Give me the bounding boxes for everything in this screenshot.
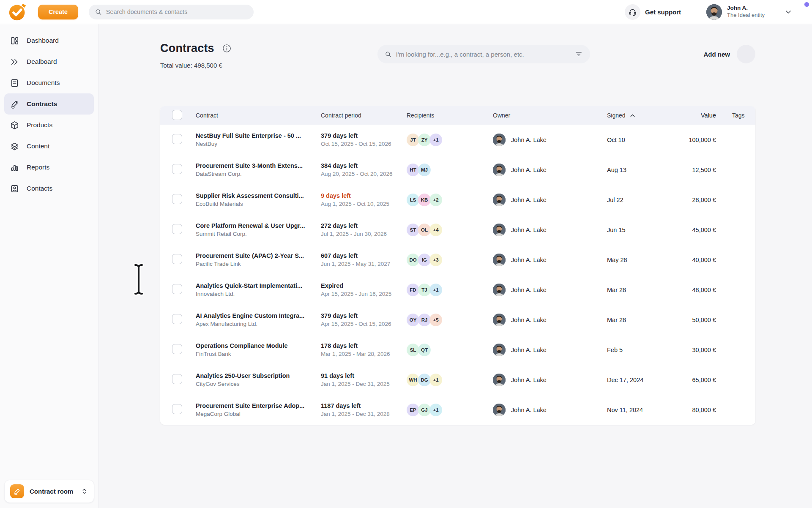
user-menu[interactable]: John A. The Ideal entity (706, 4, 765, 20)
contracts-search-input[interactable] (396, 51, 570, 58)
row-checkbox[interactable] (172, 254, 182, 264)
recipient-chip[interactable]: WH (407, 374, 419, 386)
contract-title: Procurement Suite Enterprise Adop... (196, 402, 321, 409)
column-header-value[interactable]: Value (679, 112, 716, 119)
column-header-contract[interactable]: Contract (196, 112, 321, 119)
sidebar-item-products[interactable]: Products (4, 115, 94, 136)
recipients: EPGJ+1 (407, 404, 493, 416)
period-remaining: 178 days left (321, 342, 407, 349)
global-search[interactable] (89, 5, 254, 19)
row-checkbox[interactable] (172, 164, 182, 174)
recipient-chip[interactable]: KB (418, 194, 431, 206)
contracts-search[interactable] (377, 45, 590, 63)
sidebar-item-dashboard[interactable]: Dashboard (4, 30, 94, 51)
owner-name: John A. Lake (511, 287, 547, 293)
row-checkbox[interactable] (172, 194, 182, 204)
reports-icon (10, 163, 19, 172)
owner-name: John A. Lake (511, 407, 547, 413)
row-checkbox[interactable] (172, 224, 182, 234)
row-checkbox[interactable] (172, 404, 182, 414)
recipient-chip[interactable]: ST (407, 224, 419, 236)
recipient-chip[interactable]: MJ (418, 164, 431, 176)
recipient-chip[interactable]: HT (407, 164, 419, 176)
recipient-chip[interactable]: ZY (418, 134, 431, 146)
sidebar-item-contacts[interactable]: Contacts (4, 178, 94, 199)
sidebar-item-reports[interactable]: Reports (4, 157, 94, 178)
period-remaining: 9 days left (321, 192, 407, 199)
recipient-chip[interactable]: SL (407, 344, 419, 356)
column-header-tags[interactable]: Tags (716, 112, 755, 119)
recipient-chip[interactable]: IG (418, 254, 431, 266)
table-row[interactable]: Core Platform Renewal & User Upgr... Sum… (160, 215, 755, 245)
recipient-chip[interactable]: OL (418, 224, 431, 236)
filter-icon[interactable] (574, 50, 583, 58)
get-support-button[interactable]: Get support (625, 4, 681, 20)
global-search-input[interactable] (106, 8, 248, 15)
recipient-chip[interactable]: DO (407, 254, 419, 266)
recipient-chip[interactable]: +5 (429, 314, 442, 326)
sidebar-item-dealboard[interactable]: Dealboard (4, 51, 94, 72)
recipient-chip[interactable]: +1 (429, 284, 442, 296)
recipient-chip[interactable]: QT (418, 344, 431, 356)
chevron-down-icon[interactable] (784, 8, 793, 16)
contract-company: Apex Manufacturing Ltd. (196, 321, 321, 327)
recipient-chip[interactable]: +1 (429, 404, 442, 416)
period-remaining: 379 days left (321, 132, 407, 139)
table-row[interactable]: Analytics 250-User Subscription CityGov … (160, 365, 755, 395)
table-row[interactable]: Operations Compliance Module FinTrust Ba… (160, 335, 755, 365)
oneflow-logo-icon[interactable] (8, 3, 27, 21)
recipient-chip[interactable]: JT (407, 134, 419, 146)
row-checkbox[interactable] (172, 314, 182, 324)
row-checkbox[interactable] (172, 284, 182, 294)
info-icon[interactable] (222, 44, 232, 53)
table-row[interactable]: Procurement Suite Enterprise Adop... Meg… (160, 395, 755, 425)
sidebar-item-label: Contacts (27, 185, 52, 192)
recipient-chip[interactable]: +3 (429, 254, 442, 266)
column-header-owner[interactable]: Owner (493, 112, 607, 119)
column-header-recipients[interactable]: Recipients (407, 112, 493, 119)
create-button[interactable]: Create (38, 5, 78, 19)
owner-name: John A. Lake (511, 257, 547, 263)
table-row[interactable]: Procurement Suite 3-Month Extens... Data… (160, 155, 755, 185)
column-header-signed[interactable]: Signed (607, 112, 679, 119)
recipient-chip[interactable]: DG (418, 374, 431, 386)
recipient-chip[interactable]: +2 (429, 194, 442, 206)
signed-date: May 28 (607, 257, 679, 263)
add-new-button[interactable] (737, 45, 755, 63)
recipient-chip[interactable]: +1 (429, 134, 442, 146)
table-row[interactable]: Analytics Quick-Start Implementati... In… (160, 275, 755, 305)
sidebar-item-label: Dashboard (27, 37, 59, 44)
sidebar-item-content[interactable]: Content (4, 136, 94, 157)
column-header-period[interactable]: Contract period (321, 112, 407, 119)
sidebar-item-documents[interactable]: Documents (4, 72, 94, 93)
table-row[interactable]: AI Analytics Engine Custom Integra... Ap… (160, 305, 755, 335)
row-checkbox[interactable] (172, 344, 182, 354)
recipient-chip[interactable]: TJ (418, 284, 431, 296)
workspace-selector[interactable]: Contract room (4, 480, 94, 503)
recipient-chip[interactable]: RJ (418, 314, 431, 326)
recipient-chip[interactable]: OY (407, 314, 419, 326)
period-range: Jul 1, 2025 - Jun 30, 2026 (321, 231, 407, 237)
recipient-chip[interactable]: LS (407, 194, 419, 206)
sort-asc-icon (629, 113, 636, 118)
period-remaining: 607 days left (321, 252, 407, 259)
sidebar-item-contracts[interactable]: Contracts (4, 93, 94, 115)
contracts-table: Contract Contract period Recipients Owne… (160, 106, 755, 425)
select-all-checkbox[interactable] (172, 110, 182, 120)
row-checkbox[interactable] (172, 134, 182, 144)
recipient-chip[interactable]: +1 (429, 374, 442, 386)
recipient-chip[interactable]: GJ (418, 404, 431, 416)
signed-date: Oct 10 (607, 137, 679, 143)
recipient-chip[interactable]: EP (407, 404, 419, 416)
contract-company: Innovatech Ltd. (196, 291, 321, 297)
table-row[interactable]: Procurement Suite (APAC) 2-Year S... Pac… (160, 245, 755, 275)
table-row[interactable]: NestBuy Full Suite Enterprise - 50 ... N… (160, 125, 755, 155)
table-row[interactable]: Supplier Risk Assessment Consulti... Eco… (160, 185, 755, 215)
search-icon (385, 50, 392, 58)
recipient-chip[interactable]: +4 (429, 224, 442, 236)
recipient-chip[interactable]: FD (407, 284, 419, 296)
page-header: Contracts Total value: 498,500 € (160, 42, 755, 106)
content-icon (10, 142, 19, 151)
row-checkbox[interactable] (172, 374, 182, 384)
headset-icon (628, 8, 637, 16)
